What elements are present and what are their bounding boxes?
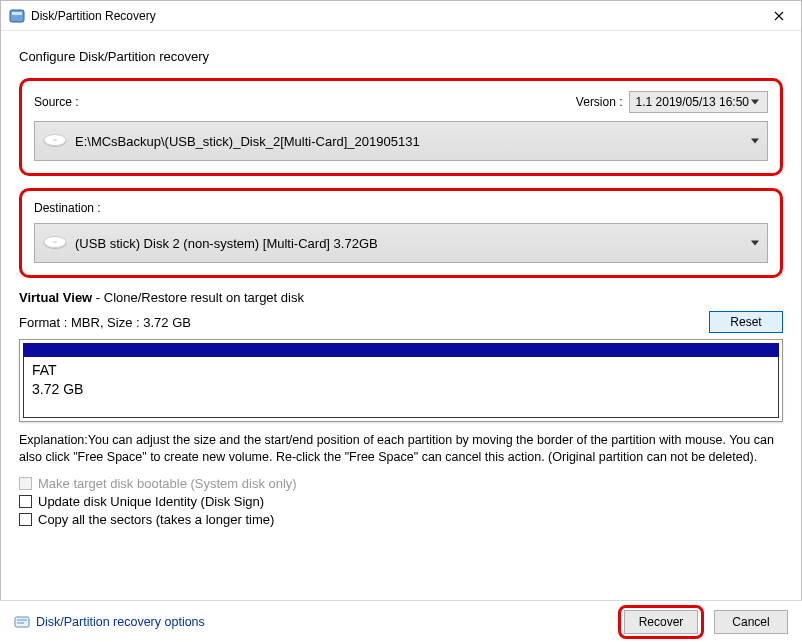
check-copy-all-sectors-label: Copy all the sectors (takes a longer tim… — [38, 512, 274, 527]
page-heading: Configure Disk/Partition recovery — [19, 49, 783, 64]
disk-icon — [43, 234, 67, 252]
check-make-bootable-label: Make target disk bootable (System disk o… — [38, 476, 297, 491]
title-bar: Disk/Partition Recovery — [1, 1, 801, 31]
svg-rect-10 — [17, 622, 24, 624]
source-path-value: E:\MCsBackup\(USB_stick)_Disk_2[Multi-Ca… — [75, 134, 420, 149]
footer-bar: Disk/Partition recovery options Recover … — [0, 600, 802, 642]
virtual-view-title: Virtual View - Clone/Restore result on t… — [19, 290, 783, 305]
recover-button[interactable]: Recover — [624, 610, 698, 634]
partition-entry[interactable]: FAT 3.72 GB — [23, 357, 779, 418]
checkbox-icon[interactable] — [19, 513, 32, 526]
cancel-button[interactable]: Cancel — [714, 610, 788, 634]
version-group: Version : 1.1 2019/05/13 16:50 — [576, 91, 768, 113]
destination-section: Destination : (USB stick) Disk 2 (non-sy… — [19, 188, 783, 278]
check-make-bootable: Make target disk bootable (System disk o… — [19, 476, 783, 491]
svg-rect-0 — [10, 10, 24, 22]
source-section: Source : Version : 1.1 2019/05/13 16:50 … — [19, 78, 783, 176]
app-icon — [9, 8, 25, 24]
version-label: Version : — [576, 95, 623, 109]
format-line: Format : MBR, Size : 3.72 GB — [19, 315, 191, 330]
destination-label: Destination : — [34, 201, 101, 215]
recover-highlight: Recover — [618, 605, 704, 639]
source-label: Source : — [34, 95, 79, 109]
chevron-down-icon — [751, 241, 759, 246]
checkbox-icon — [19, 477, 32, 490]
chevron-down-icon — [751, 139, 759, 144]
close-button[interactable] — [756, 1, 801, 30]
svg-rect-1 — [12, 12, 22, 15]
content-area: Configure Disk/Partition recovery Source… — [1, 31, 801, 527]
version-value: 1.1 2019/05/13 16:50 — [636, 95, 749, 109]
partition-header-bar — [23, 343, 779, 357]
destination-value: (USB stick) Disk 2 (non-system) [Multi-C… — [75, 236, 378, 251]
partition-size: 3.72 GB — [32, 380, 770, 399]
svg-rect-9 — [17, 619, 27, 621]
disk-icon — [43, 132, 67, 150]
chevron-down-icon — [751, 100, 759, 105]
checkbox-icon[interactable] — [19, 495, 32, 508]
svg-point-4 — [53, 139, 57, 141]
check-update-unique-id-label: Update disk Unique Identity (Disk Sign) — [38, 494, 264, 509]
recovery-options-link[interactable]: Disk/Partition recovery options — [14, 614, 205, 630]
partition-fs: FAT — [32, 361, 770, 380]
recovery-options-label: Disk/Partition recovery options — [36, 615, 205, 629]
partition-layout[interactable]: FAT 3.72 GB — [19, 339, 783, 422]
window-title: Disk/Partition Recovery — [31, 9, 756, 23]
source-path-combo[interactable]: E:\MCsBackup\(USB_stick)_Disk_2[Multi-Ca… — [34, 121, 768, 161]
check-update-unique-id[interactable]: Update disk Unique Identity (Disk Sign) — [19, 494, 783, 509]
options-icon — [14, 614, 30, 630]
reset-button[interactable]: Reset — [709, 311, 783, 333]
version-select[interactable]: 1.1 2019/05/13 16:50 — [629, 91, 768, 113]
destination-combo[interactable]: (USB stick) Disk 2 (non-system) [Multi-C… — [34, 223, 768, 263]
explanation-text: Explanation:You can adjust the size and … — [19, 432, 783, 466]
svg-point-7 — [53, 241, 57, 243]
check-copy-all-sectors[interactable]: Copy all the sectors (takes a longer tim… — [19, 512, 783, 527]
